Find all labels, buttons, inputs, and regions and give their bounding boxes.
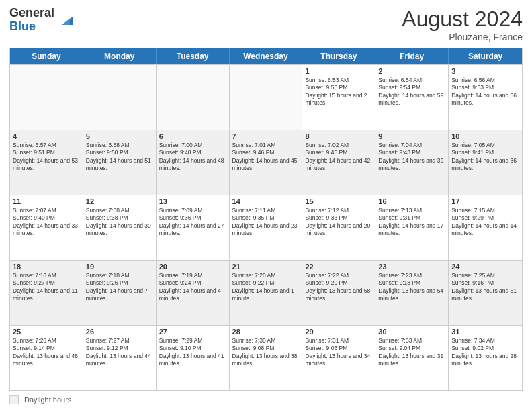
cal-cell: 3Sunrise: 6:56 AMSunset: 9:53 PMDaylight…: [449, 65, 522, 130]
day-number: 2: [378, 67, 445, 75]
cal-cell: [83, 65, 157, 130]
day-number: 16: [378, 197, 445, 205]
cal-cell: 30Sunrise: 7:33 AMSunset: 9:04 PMDayligh…: [375, 326, 449, 390]
cal-cell: 28Sunrise: 7:30 AMSunset: 9:08 PMDayligh…: [230, 326, 303, 390]
day-info: Sunrise: 7:31 AMSunset: 9:06 PMDaylight:…: [305, 337, 372, 368]
cal-row-2: 4Sunrise: 6:57 AMSunset: 9:51 PMDaylight…: [10, 130, 522, 195]
cal-cell: 1Sunrise: 6:53 AMSunset: 9:56 PMDaylight…: [302, 65, 375, 130]
day-info: Sunrise: 7:11 AMSunset: 9:35 PMDaylight:…: [232, 207, 300, 238]
day-info: Sunrise: 7:08 AMSunset: 9:38 PMDaylight:…: [86, 207, 153, 238]
cal-header-friday: Friday: [375, 48, 449, 64]
cal-cell: 5Sunrise: 6:58 AMSunset: 9:50 PMDaylight…: [83, 130, 157, 195]
legend-label: Daylight hours: [24, 396, 71, 404]
cal-cell: 20Sunrise: 7:19 AMSunset: 9:24 PMDayligh…: [157, 261, 230, 325]
cal-header-thursday: Thursday: [302, 48, 375, 64]
cal-cell: 14Sunrise: 7:11 AMSunset: 9:35 PMDayligh…: [230, 195, 303, 260]
day-info: Sunrise: 7:19 AMSunset: 9:24 PMDaylight:…: [159, 272, 226, 303]
day-number: 19: [86, 263, 153, 271]
footer: Daylight hours: [9, 395, 523, 404]
legend-box: [9, 395, 19, 404]
day-number: 14: [232, 197, 300, 205]
cal-cell: 4Sunrise: 6:57 AMSunset: 9:51 PMDaylight…: [10, 130, 83, 195]
day-number: 28: [232, 328, 300, 336]
day-number: 26: [86, 328, 153, 336]
svg-marker-1: [62, 18, 70, 25]
day-info: Sunrise: 7:09 AMSunset: 9:36 PMDaylight:…: [159, 207, 226, 238]
day-number: 21: [232, 263, 300, 271]
header: General Blue August 2024 Plouzane, Franc…: [9, 7, 523, 42]
cal-row-1: 1Sunrise: 6:53 AMSunset: 9:56 PMDaylight…: [10, 64, 522, 130]
day-info: Sunrise: 6:54 AMSunset: 9:54 PMDaylight:…: [378, 77, 445, 107]
day-info: Sunrise: 7:16 AMSunset: 9:27 PMDaylight:…: [13, 272, 80, 303]
cal-cell: 16Sunrise: 7:13 AMSunset: 9:31 PMDayligh…: [375, 195, 449, 260]
cal-header-wednesday: Wednesday: [230, 48, 303, 64]
day-number: 30: [378, 328, 445, 336]
day-info: Sunrise: 7:33 AMSunset: 9:04 PMDaylight:…: [378, 337, 445, 368]
day-info: Sunrise: 7:34 AMSunset: 9:02 PMDaylight:…: [451, 337, 519, 368]
day-number: 4: [13, 132, 80, 140]
day-info: Sunrise: 7:12 AMSunset: 9:33 PMDaylight:…: [305, 207, 372, 238]
cal-cell: 31Sunrise: 7:34 AMSunset: 9:02 PMDayligh…: [449, 326, 522, 390]
day-number: 10: [451, 132, 519, 140]
cal-cell: 11Sunrise: 7:07 AMSunset: 9:40 PMDayligh…: [10, 195, 83, 260]
day-number: 22: [305, 263, 372, 271]
day-number: 9: [378, 132, 445, 140]
cal-cell: 12Sunrise: 7:08 AMSunset: 9:38 PMDayligh…: [83, 195, 157, 260]
cal-cell: 24Sunrise: 7:25 AMSunset: 9:16 PMDayligh…: [449, 261, 522, 325]
day-number: 25: [13, 328, 80, 336]
logo-general: General: [9, 7, 54, 20]
day-info: Sunrise: 7:26 AMSunset: 9:14 PMDaylight:…: [13, 337, 80, 368]
cal-cell: 27Sunrise: 7:29 AMSunset: 9:10 PMDayligh…: [157, 326, 230, 390]
cal-row-5: 25Sunrise: 7:26 AMSunset: 9:14 PMDayligh…: [10, 325, 522, 390]
cal-cell: 22Sunrise: 7:22 AMSunset: 9:20 PMDayligh…: [302, 261, 375, 325]
day-number: 12: [86, 197, 153, 205]
day-number: 29: [305, 328, 372, 336]
day-info: Sunrise: 7:05 AMSunset: 9:41 PMDaylight:…: [451, 142, 519, 173]
logo-icon: [56, 11, 74, 29]
logo: General Blue: [9, 7, 74, 34]
cal-cell: 18Sunrise: 7:16 AMSunset: 9:27 PMDayligh…: [10, 261, 83, 325]
day-info: Sunrise: 7:02 AMSunset: 9:45 PMDaylight:…: [305, 142, 372, 173]
location: Plouzane, France: [402, 32, 523, 42]
day-info: Sunrise: 7:07 AMSunset: 9:40 PMDaylight:…: [13, 207, 80, 238]
month-year: August 2024: [402, 7, 523, 32]
cal-cell: 19Sunrise: 7:18 AMSunset: 9:26 PMDayligh…: [83, 261, 157, 325]
cal-cell: 7Sunrise: 7:01 AMSunset: 9:46 PMDaylight…: [230, 130, 303, 195]
day-number: 11: [13, 197, 80, 205]
day-number: 3: [451, 67, 519, 75]
cal-cell: 15Sunrise: 7:12 AMSunset: 9:33 PMDayligh…: [302, 195, 375, 260]
calendar-body: 1Sunrise: 6:53 AMSunset: 9:56 PMDaylight…: [10, 64, 522, 390]
cal-header-monday: Monday: [83, 48, 157, 64]
cal-cell: 29Sunrise: 7:31 AMSunset: 9:06 PMDayligh…: [302, 326, 375, 390]
cal-cell: 13Sunrise: 7:09 AMSunset: 9:36 PMDayligh…: [157, 195, 230, 260]
cal-cell: [230, 65, 303, 130]
cal-cell: [10, 65, 83, 130]
day-info: Sunrise: 7:01 AMSunset: 9:46 PMDaylight:…: [232, 142, 300, 173]
cal-cell: 9Sunrise: 7:04 AMSunset: 9:43 PMDaylight…: [375, 130, 449, 195]
logo-text: General Blue: [9, 7, 54, 34]
day-info: Sunrise: 7:04 AMSunset: 9:43 PMDaylight:…: [378, 142, 445, 173]
day-info: Sunrise: 6:57 AMSunset: 9:51 PMDaylight:…: [13, 142, 80, 173]
day-number: 8: [305, 132, 372, 140]
day-number: 15: [305, 197, 372, 205]
day-info: Sunrise: 6:58 AMSunset: 9:50 PMDaylight:…: [86, 142, 153, 173]
cal-cell: 26Sunrise: 7:27 AMSunset: 9:12 PMDayligh…: [83, 326, 157, 390]
day-info: Sunrise: 7:27 AMSunset: 9:12 PMDaylight:…: [86, 337, 153, 368]
day-number: 17: [451, 197, 519, 205]
day-number: 13: [159, 197, 226, 205]
day-info: Sunrise: 7:29 AMSunset: 9:10 PMDaylight:…: [159, 337, 226, 368]
cal-cell: 2Sunrise: 6:54 AMSunset: 9:54 PMDaylight…: [375, 65, 449, 130]
cal-header-tuesday: Tuesday: [157, 48, 230, 64]
cal-cell: 23Sunrise: 7:23 AMSunset: 9:18 PMDayligh…: [375, 261, 449, 325]
day-info: Sunrise: 7:30 AMSunset: 9:08 PMDaylight:…: [232, 337, 300, 368]
day-info: Sunrise: 7:00 AMSunset: 9:48 PMDaylight:…: [159, 142, 226, 173]
day-number: 31: [451, 328, 519, 336]
cal-row-4: 18Sunrise: 7:16 AMSunset: 9:27 PMDayligh…: [10, 260, 522, 325]
day-number: 23: [378, 263, 445, 271]
day-info: Sunrise: 7:22 AMSunset: 9:20 PMDaylight:…: [305, 272, 372, 303]
cal-cell: 17Sunrise: 7:15 AMSunset: 9:29 PMDayligh…: [449, 195, 522, 260]
title-block: August 2024 Plouzane, France: [402, 7, 523, 42]
cal-header-sunday: Sunday: [10, 48, 83, 64]
cal-cell: 8Sunrise: 7:02 AMSunset: 9:45 PMDaylight…: [302, 130, 375, 195]
cal-cell: [157, 65, 230, 130]
